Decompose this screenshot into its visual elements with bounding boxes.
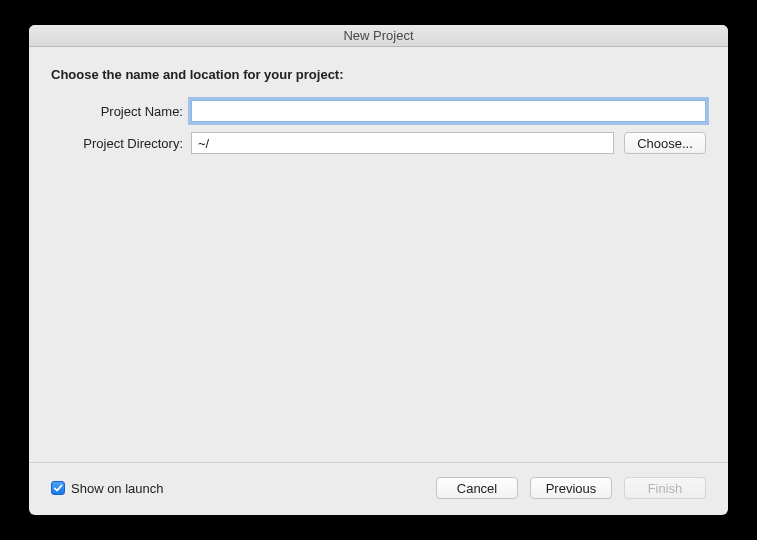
- choose-button[interactable]: Choose...: [624, 132, 706, 154]
- project-directory-row: Project Directory: Choose...: [51, 132, 706, 154]
- dialog-footer: Show on launch Cancel Previous Finish: [29, 462, 728, 515]
- project-name-input[interactable]: [191, 100, 706, 122]
- window-title: New Project: [343, 28, 413, 43]
- project-name-row: Project Name:: [51, 100, 706, 122]
- dialog-content: Choose the name and location for your pr…: [29, 47, 728, 462]
- titlebar: New Project: [29, 25, 728, 47]
- previous-button[interactable]: Previous: [530, 477, 612, 499]
- show-on-launch-checkbox[interactable]: Show on launch: [51, 481, 164, 496]
- project-directory-label: Project Directory:: [51, 136, 191, 151]
- heading: Choose the name and location for your pr…: [51, 67, 706, 82]
- cancel-button[interactable]: Cancel: [436, 477, 518, 499]
- finish-button: Finish: [624, 477, 706, 499]
- project-name-label: Project Name:: [51, 104, 191, 119]
- spacer: [51, 164, 706, 450]
- project-directory-input[interactable]: [191, 132, 614, 154]
- button-group: Cancel Previous Finish: [436, 477, 706, 499]
- new-project-dialog: New Project Choose the name and location…: [29, 25, 728, 515]
- show-on-launch-label: Show on launch: [71, 481, 164, 496]
- checkbox-checked-icon: [51, 481, 65, 495]
